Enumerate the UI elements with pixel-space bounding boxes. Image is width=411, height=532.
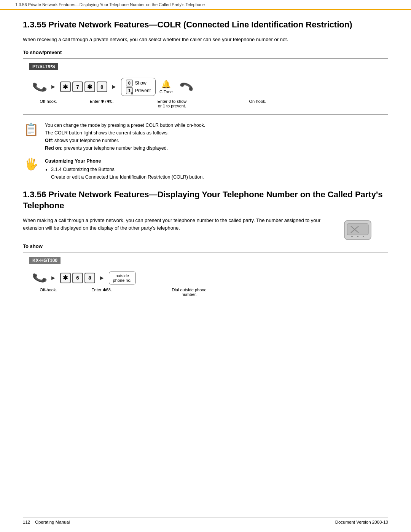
label-enter-option: Enter 0 to show or 1 to prevent. xyxy=(143,99,201,108)
note-icon-1: 📋 xyxy=(23,122,40,137)
note-line-red: Red on: prevents your telephone number b… xyxy=(45,145,168,151)
outside-line2: phone no. xyxy=(113,278,132,283)
offhook-icon-56: 📞 xyxy=(31,270,48,286)
diagram-row-55: 📞 ► ✱ 7 ✱ 0 ► 0 Show 1 Prevent xyxy=(29,74,382,97)
note-section-1: 📋 You can change the mode by pressing a … xyxy=(23,121,388,152)
svg-point-5 xyxy=(357,236,358,237)
outside-phone-box: outside phone no. xyxy=(109,272,136,284)
key-star-1: ✱ xyxy=(60,81,71,92)
key-6: 6 xyxy=(72,273,83,283)
ctone-55: 🔔 C.Tone xyxy=(159,80,173,94)
svg-point-4 xyxy=(351,236,353,237)
diagram-box-56: KX-HGT100 📞 ► ✱ 6 8 ► outside phone no. … xyxy=(23,252,388,303)
key-star-56: ✱ xyxy=(60,273,71,283)
customize-section: 🖐️ Customizing Your Phone 3.1.4 Customiz… xyxy=(23,157,388,182)
customize-desc: Create or edit a Connected Line Identifi… xyxy=(51,174,204,180)
note-line-2: The COLR button light shows the current … xyxy=(45,130,169,136)
diagram-tab-55: PT/SLT/PS xyxy=(29,63,58,70)
sub-heading-show: To show xyxy=(23,243,388,249)
top-bar-text: 1.3.56 Private Network Features—Displayi… xyxy=(15,2,205,7)
option-prevent-label: Prevent xyxy=(135,88,151,93)
option-show-label: Show xyxy=(135,80,147,86)
key-star-2: ✱ xyxy=(84,81,95,92)
section-56-row: When making a call through a private net… xyxy=(23,217,388,243)
note-line-1: You can change the mode by pressing a pr… xyxy=(45,123,205,128)
arrow-3: ► xyxy=(50,275,56,281)
option-num-1: 1 xyxy=(126,87,133,94)
label-enter-code: Enter ✱7✱0. xyxy=(71,99,132,108)
option-show-row: 0 Show xyxy=(126,80,151,86)
key-0: 0 xyxy=(97,81,107,92)
customize-link: 3.1.4 Customizing the Buttons xyxy=(51,167,115,172)
svg-point-6 xyxy=(363,236,364,237)
ctone-label: C.Tone xyxy=(159,89,173,94)
label-offhook: Off-hook. xyxy=(33,99,64,108)
option-box-55: 0 Show 1 Prevent xyxy=(121,78,156,96)
option-num-0: 0 xyxy=(126,80,133,86)
footer: 112 Operating Manual Document Version 20… xyxy=(23,517,388,524)
key-8: 8 xyxy=(84,273,95,283)
main-content: 1.3.55 Private Network Features—COLR (Co… xyxy=(0,10,411,325)
key-sequence-55: ✱ 7 ✱ 0 xyxy=(60,81,107,92)
svg-rect-1 xyxy=(347,224,368,235)
diagram-labels-56: Off-hook. Enter ✱68. Dial outside phone … xyxy=(29,286,382,297)
arrow-2: ► xyxy=(111,83,117,90)
diagram-row-56: 📞 ► ✱ 6 8 ► outside phone no. xyxy=(29,268,382,286)
outside-line1: outside xyxy=(113,273,132,278)
section-55-title: 1.3.55 Private Network Features—COLR (Co… xyxy=(23,19,388,30)
key-sequence-56: ✱ 6 8 xyxy=(60,273,95,283)
customize-text: Customizing Your Phone 3.1.4 Customizing… xyxy=(45,157,204,182)
diagram-tab-56: KX-HGT100 xyxy=(29,257,61,264)
footer-manual: Operating Manual xyxy=(35,520,70,524)
option-prevent-row: 1 Prevent xyxy=(126,87,151,94)
label-dial-56: Dial outside phone number. xyxy=(155,288,223,297)
label-offhook-56: Off-hook. xyxy=(33,288,64,297)
key-7: 7 xyxy=(72,81,83,92)
telephone-svg xyxy=(342,217,373,243)
footer-page: 112 xyxy=(23,520,30,524)
section-56-body: When making a call through a private net… xyxy=(23,217,335,233)
note-line-off: Off: shows your telephone number. xyxy=(45,138,119,143)
footer-left: 112 Operating Manual xyxy=(23,520,70,524)
label-enter-56: Enter ✱68. xyxy=(71,288,132,297)
bell-icon: 🔔 xyxy=(161,80,171,89)
arrow-1: ► xyxy=(50,83,56,90)
offhook-icon: 📞 xyxy=(31,79,48,95)
onhook-icon: 📞 xyxy=(179,79,194,94)
footer-right: Document Version 2008-10 xyxy=(335,520,388,524)
customize-heading: Customizing Your Phone xyxy=(45,157,204,165)
note-text-1: You can change the mode by pressing a pr… xyxy=(45,121,205,152)
section-55-body: When receiving a call through a private … xyxy=(23,36,335,44)
arrow-4: ► xyxy=(99,275,105,281)
top-bar: 1.3.56 Private Network Features—Displayi… xyxy=(0,0,411,10)
label-onhook: On-hook. xyxy=(239,99,277,108)
sub-heading-show-prevent: To show/prevent xyxy=(23,50,388,55)
phone-image xyxy=(342,217,373,243)
diagram-box-55: PT/SLT/PS 📞 ► ✱ 7 ✱ 0 ► 0 Show 1 xyxy=(23,58,388,115)
customize-icon: 🖐️ xyxy=(23,157,40,171)
section-56-title: 1.3.56 Private Network Features—Displayi… xyxy=(23,189,388,211)
diagram-labels-55: Off-hook. Enter ✱7✱0. Enter 0 to show or… xyxy=(29,97,382,108)
